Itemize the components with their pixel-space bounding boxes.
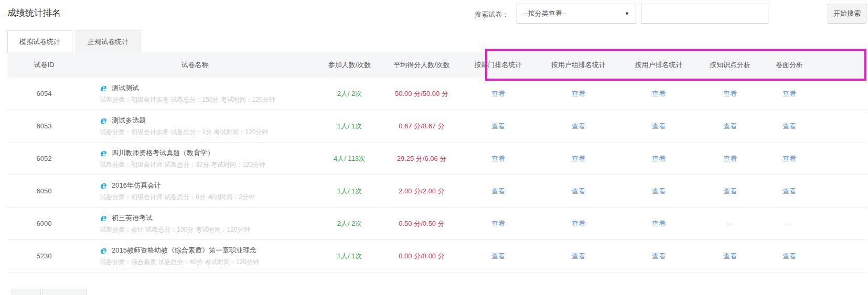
participation-count: 1人/ 1次: [309, 122, 390, 131]
view-user-ranking-link[interactable]: 查看: [652, 122, 666, 130]
exam-meta: 试卷分类：初级会计师 试卷总分：37分 考试时间：120分钟: [100, 160, 309, 169]
average-score: 0.67 分/0.67 分: [390, 122, 453, 131]
view-paper-analysis-link[interactable]: 查看: [783, 155, 796, 162]
exam-id: 6050: [7, 187, 81, 195]
view-user-ranking-link[interactable]: 查看: [652, 220, 666, 227]
view-user-ranking-link[interactable]: 查看: [652, 90, 666, 97]
exam-meta: 试卷分类：初级会计实务 试卷总分：150分 考试时间：120分钟: [100, 95, 309, 104]
view-department-ranking-link[interactable]: 查看: [491, 220, 505, 227]
participation-count: 4人/ 113次: [309, 154, 390, 163]
col-knowledge-point-analysis-header: 按知识点分析: [704, 60, 756, 70]
category-select-value: --按分类查看--: [523, 9, 566, 18]
no-data-dash: ---: [786, 220, 793, 227]
col-exam-name-header: 试卷名称: [81, 60, 309, 70]
view-usergroup-ranking-link[interactable]: 查看: [572, 90, 585, 97]
search-exam-label: 搜索试卷：: [475, 10, 509, 19]
exam-id: 6054: [7, 90, 81, 97]
category-select[interactable]: --按分类查看-- ▼: [517, 4, 636, 24]
pagination-button[interactable]: [42, 289, 87, 295]
view-usergroup-ranking-link[interactable]: 查看: [572, 187, 585, 195]
view-knowledge-point-analysis-link[interactable]: 查看: [723, 187, 737, 195]
ie-icon: e: [100, 115, 106, 125]
participation-count: 1人/ 1次: [309, 187, 390, 196]
view-paper-analysis-link[interactable]: 查看: [783, 187, 796, 195]
exam-name-cell: e 初三英语考试 试卷分类：会计 试卷总分：100分 考试时间：120分钟: [81, 213, 309, 234]
average-score: 29.25 分/6.06 分: [390, 154, 453, 163]
participation-count: 2人/ 2次: [309, 219, 390, 228]
ie-icon: e: [100, 148, 106, 158]
col-usergroup-ranking-header: 按用户组排名统计: [543, 60, 614, 70]
view-usergroup-ranking-link[interactable]: 查看: [572, 220, 585, 227]
view-user-ranking-link[interactable]: 查看: [652, 155, 666, 162]
view-knowledge-point-analysis-link[interactable]: 查看: [723, 122, 737, 130]
exam-name: 初三英语考试: [112, 213, 153, 223]
view-department-ranking-link[interactable]: 查看: [491, 122, 505, 130]
table-row: 6053 e 测试多选题 试卷分类：初级会计实务 试卷总分：1分 考试时间：12…: [7, 110, 867, 143]
view-paper-analysis-link[interactable]: 查看: [783, 122, 796, 130]
col-paper-analysis-header: 卷面分析: [756, 60, 822, 70]
tab-formal-exam-stats[interactable]: 正规试卷统计: [76, 30, 141, 52]
view-department-ranking-link[interactable]: 查看: [491, 155, 505, 162]
view-paper-analysis-link[interactable]: 查看: [783, 90, 796, 97]
exam-meta: 试卷分类：初级会计师 试卷总分：0分 考试时间：2分钟: [100, 193, 309, 202]
participation-count: 1人/ 1次: [309, 252, 390, 261]
view-usergroup-ranking-link[interactable]: 查看: [572, 122, 585, 130]
exam-name: 测试测试: [112, 83, 139, 93]
exam-meta: 试卷分类：会计 试卷总分：100分 考试时间：120分钟: [100, 225, 309, 234]
tab-mock-exam-stats[interactable]: 模拟试卷统计: [7, 30, 72, 52]
exam-meta: 试卷分类：综合素质 试卷总分：40分 考试时间：120分钟: [100, 258, 309, 267]
col-department-ranking-header: 按部门排名统计: [453, 60, 543, 70]
average-score: 50.00 分/50.00 分: [390, 89, 453, 99]
ie-icon: e: [100, 83, 106, 93]
chevron-down-icon: ▼: [625, 11, 629, 16]
table-row: 5230 e 2015教师资格幼教《综合素质》第一章职业理念 试卷分类：综合素质…: [7, 240, 867, 272]
table-row: 6054 e 测试测试 试卷分类：初级会计实务 试卷总分：150分 考试时间：1…: [7, 78, 867, 110]
exam-name: 四川教师资格考试真题（教育学）: [112, 148, 214, 158]
table-body: 6054 e 测试测试 试卷分类：初级会计实务 试卷总分：150分 考试时间：1…: [7, 78, 867, 272]
no-data-dash: ---: [727, 220, 734, 227]
view-user-ranking-link[interactable]: 查看: [652, 252, 666, 260]
exam-stats-table: 试卷ID 试卷名称 参加人数/次数 平均得分人数/次数 按部门排名统计 按用户组…: [7, 52, 867, 272]
col-average-score-header: 平均得分人数/次数: [390, 60, 453, 70]
tab-bar: 模拟试卷统计 正规试卷统计: [7, 30, 141, 52]
average-score: 0.50 分/0.50 分: [390, 219, 453, 228]
exam-name-cell: e 2016年仿真会计 试卷分类：初级会计师 试卷总分：0分 考试时间：2分钟: [81, 180, 309, 202]
view-user-ranking-link[interactable]: 查看: [652, 187, 666, 195]
exam-name: 2016年仿真会计: [112, 181, 161, 190]
table-row: 6000 e 初三英语考试 试卷分类：会计 试卷总分：100分 考试时间：120…: [7, 207, 867, 240]
view-knowledge-point-analysis-link[interactable]: 查看: [723, 252, 737, 260]
table-header-row: 试卷ID 试卷名称 参加人数/次数 平均得分人数/次数 按部门排名统计 按用户组…: [7, 52, 867, 78]
view-usergroup-ranking-link[interactable]: 查看: [572, 155, 585, 162]
exam-name-cell: e 2015教师资格幼教《综合素质》第一章职业理念 试卷分类：综合素质 试卷总分…: [81, 245, 309, 267]
exam-id: 6052: [7, 155, 81, 162]
pagination-button[interactable]: [12, 289, 41, 295]
start-search-button[interactable]: 开始搜索: [828, 4, 866, 24]
exam-name-cell: e 测试多选题 试卷分类：初级会计实务 试卷总分：1分 考试时间：120分钟: [81, 115, 309, 137]
page-title: 成绩统计排名: [7, 7, 61, 19]
table-row: 6050 e 2016年仿真会计 试卷分类：初级会计师 试卷总分：0分 考试时间…: [7, 175, 867, 207]
view-knowledge-point-analysis-link[interactable]: 查看: [723, 90, 737, 97]
col-participation-header: 参加人数/次数: [309, 60, 390, 70]
exam-name: 测试多选题: [112, 116, 146, 125]
col-exam-id-header: 试卷ID: [7, 60, 81, 70]
view-usergroup-ranking-link[interactable]: 查看: [572, 252, 585, 260]
exam-meta: 试卷分类：初级会计实务 试卷总分：1分 考试时间：120分钟: [100, 128, 309, 137]
exam-name-cell: e 四川教师资格考试真题（教育学） 试卷分类：初级会计师 试卷总分：37分 考试…: [81, 148, 309, 169]
view-paper-analysis-link[interactable]: 查看: [783, 252, 796, 260]
exam-name: 2015教师资格幼教《综合素质》第一章职业理念: [112, 246, 256, 255]
exam-id: 5230: [7, 252, 81, 260]
exam-id: 6000: [7, 220, 81, 227]
exam-name-cell: e 测试测试 试卷分类：初级会计实务 试卷总分：150分 考试时间：120分钟: [81, 83, 309, 104]
table-row: 6052 e 四川教师资格考试真题（教育学） 试卷分类：初级会计师 试卷总分：3…: [7, 143, 867, 175]
participation-count: 2人/ 2次: [309, 89, 390, 99]
view-department-ranking-link[interactable]: 查看: [491, 90, 505, 97]
average-score: 0.00 分/0.00 分: [390, 252, 453, 261]
search-keyword-input[interactable]: [641, 4, 768, 24]
view-department-ranking-link[interactable]: 查看: [491, 252, 505, 260]
exam-id: 6053: [7, 122, 81, 130]
ie-icon: e: [100, 180, 106, 190]
view-department-ranking-link[interactable]: 查看: [491, 187, 505, 195]
view-knowledge-point-analysis-link[interactable]: 查看: [723, 155, 737, 162]
ie-icon: e: [100, 213, 106, 223]
average-score: 2.00 分/2.00 分: [390, 187, 453, 196]
